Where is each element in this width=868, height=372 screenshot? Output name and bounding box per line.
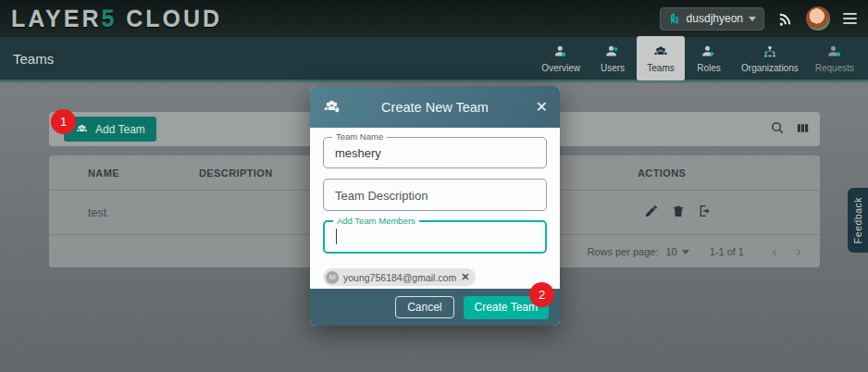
tab-roles[interactable]: Roles bbox=[685, 36, 733, 81]
top-header: LAYER5 CLOUD dusdjhyeon bbox=[0, 0, 868, 37]
previous-page-button[interactable]: ‹ bbox=[766, 243, 783, 260]
modal-footer: Cancel Create Team bbox=[310, 289, 560, 326]
tab-label: Roles bbox=[697, 63, 721, 73]
add-team-label: Add Team bbox=[95, 123, 145, 136]
group-icon bbox=[75, 122, 89, 136]
caret-down-icon bbox=[682, 250, 689, 254]
edit-icon[interactable] bbox=[644, 204, 659, 218]
org-switcher-value: dusdjhyeon bbox=[687, 12, 743, 25]
menu-icon[interactable] bbox=[843, 13, 857, 24]
person-icon bbox=[552, 43, 569, 60]
layer5-cloud-logo: LAYER5 CLOUD bbox=[11, 6, 222, 32]
person-icon bbox=[604, 43, 621, 60]
table-pagination: Rows per page: 10 1-1 of 1 ‹ › bbox=[587, 236, 807, 267]
member-avatar: M bbox=[326, 271, 339, 284]
next-page-button[interactable]: › bbox=[790, 243, 807, 260]
team-description-placeholder: Team Description bbox=[335, 188, 428, 202]
org-switcher-dropdown[interactable]: dusdjhyeon bbox=[660, 7, 764, 31]
add-team-members-label: Add Team Members bbox=[333, 216, 419, 226]
logo-text: LAYER bbox=[11, 6, 101, 31]
team-description-field[interactable]: Team Description bbox=[323, 179, 547, 211]
team-name-label: Team Name bbox=[332, 131, 387, 142]
app-window: LAYER5 CLOUD dusdjhyeon Teams Overview bbox=[0, 0, 868, 372]
column-header-actions: ACTIONS bbox=[638, 167, 686, 179]
tab-label: Organizations bbox=[741, 63, 799, 73]
search-icon[interactable] bbox=[770, 120, 786, 136]
nav-tabs: Overview Users Teams Roles Organizations… bbox=[533, 36, 862, 81]
create-team-modal: Create New Team ✕ Team Name meshery Team… bbox=[310, 86, 560, 326]
remove-member-icon[interactable]: ✕ bbox=[461, 272, 469, 282]
pagination-range: 1-1 of 1 bbox=[710, 246, 744, 257]
column-header-description: DESCRIPTION bbox=[199, 167, 273, 179]
logo-text-2: CLOUD bbox=[117, 6, 222, 31]
cancel-button[interactable]: Cancel bbox=[395, 296, 453, 318]
tab-teams[interactable]: Teams bbox=[637, 36, 685, 81]
org-chart-icon bbox=[762, 43, 778, 60]
person-check-icon bbox=[826, 43, 843, 60]
member-email: young756184@gmail.com bbox=[343, 272, 456, 283]
person-key-icon bbox=[701, 43, 717, 60]
rows-per-page-value: 10 bbox=[665, 246, 676, 257]
tab-users[interactable]: Users bbox=[589, 36, 637, 81]
leave-team-icon[interactable] bbox=[698, 204, 713, 218]
tab-label: Requests bbox=[815, 63, 854, 73]
team-name-field[interactable]: Team Name meshery bbox=[323, 137, 547, 168]
tab-label: Overview bbox=[541, 63, 580, 73]
tab-organizations[interactable]: Organizations bbox=[733, 36, 807, 81]
text-cursor bbox=[336, 229, 337, 244]
tab-requests[interactable]: Requests bbox=[807, 36, 862, 81]
member-chip[interactable]: M young756184@gmail.com ✕ bbox=[323, 268, 476, 286]
page-title: Teams bbox=[13, 51, 54, 67]
caret-down-icon bbox=[749, 17, 756, 21]
feedback-tab[interactable]: Feedback bbox=[848, 188, 868, 253]
user-avatar[interactable] bbox=[806, 6, 830, 31]
feedback-label: Feedback bbox=[852, 197, 863, 243]
broadcast-icon[interactable] bbox=[777, 11, 793, 27]
delete-icon[interactable] bbox=[671, 204, 686, 218]
secondary-navbar: Teams Overview Users Teams Roles Organiz… bbox=[0, 37, 868, 81]
team-name-cell: test bbox=[88, 206, 106, 219]
modal-header: Create New Team ✕ bbox=[310, 86, 560, 128]
rows-per-page-select[interactable]: 10 bbox=[665, 246, 688, 257]
add-team-button[interactable]: Add Team bbox=[64, 117, 156, 142]
add-team-members-field[interactable]: Add Team Members bbox=[323, 220, 547, 254]
rows-per-page-label: Rows per page: bbox=[587, 246, 658, 257]
building-icon bbox=[668, 12, 681, 25]
tab-overview[interactable]: Overview bbox=[533, 36, 589, 81]
tab-label: Teams bbox=[647, 63, 674, 73]
annotation-badge-2: 2 bbox=[529, 282, 554, 307]
modal-body: Team Name meshery Team Description Add T… bbox=[310, 128, 560, 289]
close-icon[interactable]: ✕ bbox=[536, 100, 548, 115]
view-columns-icon[interactable] bbox=[795, 120, 811, 136]
tab-label: Users bbox=[601, 63, 625, 73]
team-name-value: meshery bbox=[335, 146, 381, 160]
column-header-name: NAME bbox=[88, 167, 119, 179]
annotation-badge-1: 1 bbox=[51, 109, 76, 134]
modal-title: Create New Team bbox=[310, 100, 560, 115]
group-icon bbox=[652, 43, 669, 60]
logo-accent: 5 bbox=[101, 6, 117, 31]
